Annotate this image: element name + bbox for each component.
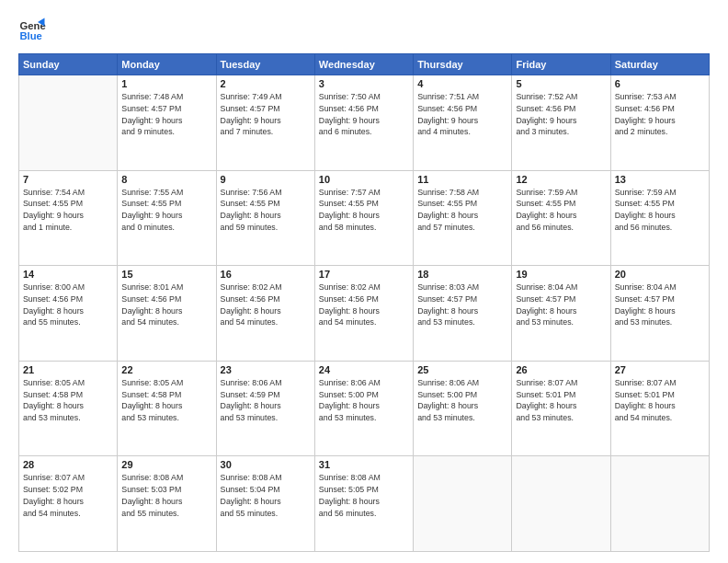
logo: General Blue	[18, 17, 46, 44]
day-detail: Sunrise: 7:52 AM Sunset: 4:56 PM Dayligh…	[516, 91, 606, 138]
calendar-cell: 7Sunrise: 7:54 AM Sunset: 4:55 PM Daylig…	[19, 170, 118, 266]
calendar-cell	[610, 456, 709, 552]
calendar-cell: 28Sunrise: 8:07 AM Sunset: 5:02 PM Dayli…	[19, 456, 118, 552]
calendar-cell	[512, 456, 610, 552]
day-detail: Sunrise: 7:49 AM Sunset: 4:57 PM Dayligh…	[221, 91, 311, 138]
calendar-cell: 18Sunrise: 8:03 AM Sunset: 4:57 PM Dayli…	[414, 266, 512, 362]
calendar-cell: 26Sunrise: 8:07 AM Sunset: 5:01 PM Dayli…	[512, 361, 610, 456]
day-number: 21	[23, 364, 113, 375]
calendar-cell: 25Sunrise: 8:06 AM Sunset: 5:00 PM Dayli…	[414, 361, 512, 456]
day-number: 8	[121, 174, 211, 185]
calendar-cell: 23Sunrise: 8:06 AM Sunset: 4:59 PM Dayli…	[216, 361, 314, 456]
logo-icon: General Blue	[18, 17, 46, 44]
calendar-cell: 3Sunrise: 7:50 AM Sunset: 4:56 PM Daylig…	[314, 75, 413, 171]
calendar-cell: 20Sunrise: 8:04 AM Sunset: 4:57 PM Dayli…	[610, 266, 709, 362]
calendar-cell: 22Sunrise: 8:05 AM Sunset: 4:58 PM Dayli…	[118, 361, 216, 456]
page: General Blue SundayMondayTuesdayWednesda…	[0, 0, 728, 563]
day-detail: Sunrise: 7:51 AM Sunset: 4:56 PM Dayligh…	[417, 91, 507, 138]
day-detail: Sunrise: 7:59 AM Sunset: 4:55 PM Dayligh…	[615, 187, 705, 234]
day-detail: Sunrise: 7:56 AM Sunset: 4:55 PM Dayligh…	[221, 187, 311, 234]
calendar-cell: 16Sunrise: 8:02 AM Sunset: 4:56 PM Dayli…	[216, 266, 314, 362]
calendar-cell: 29Sunrise: 8:08 AM Sunset: 5:03 PM Dayli…	[118, 456, 216, 552]
day-number: 5	[516, 78, 606, 89]
calendar-cell: 14Sunrise: 8:00 AM Sunset: 4:56 PM Dayli…	[19, 266, 118, 362]
calendar-cell	[19, 75, 118, 171]
day-detail: Sunrise: 7:54 AM Sunset: 4:55 PM Dayligh…	[23, 187, 113, 234]
day-number: 24	[319, 364, 409, 375]
day-detail: Sunrise: 7:55 AM Sunset: 4:55 PM Dayligh…	[121, 187, 211, 234]
day-number: 13	[615, 174, 705, 185]
calendar-cell: 8Sunrise: 7:55 AM Sunset: 4:55 PM Daylig…	[118, 170, 216, 266]
day-detail: Sunrise: 8:02 AM Sunset: 4:56 PM Dayligh…	[221, 282, 311, 328]
week-row-5: 28Sunrise: 8:07 AM Sunset: 5:02 PM Dayli…	[19, 456, 710, 552]
weekday-wednesday: Wednesday	[314, 54, 413, 75]
calendar-cell: 30Sunrise: 8:08 AM Sunset: 5:04 PM Dayli…	[216, 456, 314, 552]
day-detail: Sunrise: 8:01 AM Sunset: 4:56 PM Dayligh…	[121, 282, 211, 328]
day-detail: Sunrise: 8:02 AM Sunset: 4:56 PM Dayligh…	[319, 282, 409, 328]
day-detail: Sunrise: 8:03 AM Sunset: 4:57 PM Dayligh…	[417, 282, 507, 328]
calendar-cell: 9Sunrise: 7:56 AM Sunset: 4:55 PM Daylig…	[216, 170, 314, 266]
day-detail: Sunrise: 7:53 AM Sunset: 4:56 PM Dayligh…	[615, 91, 705, 138]
day-detail: Sunrise: 8:08 AM Sunset: 5:03 PM Dayligh…	[121, 472, 211, 519]
day-number: 2	[221, 78, 311, 89]
day-number: 20	[615, 269, 705, 280]
calendar-cell: 27Sunrise: 8:07 AM Sunset: 5:01 PM Dayli…	[610, 361, 709, 456]
day-detail: Sunrise: 8:04 AM Sunset: 4:57 PM Dayligh…	[615, 282, 705, 328]
calendar-cell: 6Sunrise: 7:53 AM Sunset: 4:56 PM Daylig…	[610, 75, 709, 171]
day-number: 28	[23, 459, 113, 470]
day-detail: Sunrise: 8:07 AM Sunset: 5:01 PM Dayligh…	[615, 377, 705, 424]
calendar-cell: 17Sunrise: 8:02 AM Sunset: 4:56 PM Dayli…	[314, 266, 413, 362]
calendar-cell: 12Sunrise: 7:59 AM Sunset: 4:55 PM Dayli…	[512, 170, 610, 266]
day-detail: Sunrise: 8:06 AM Sunset: 4:59 PM Dayligh…	[221, 377, 311, 424]
day-number: 9	[221, 174, 311, 185]
week-row-4: 21Sunrise: 8:05 AM Sunset: 4:58 PM Dayli…	[19, 361, 710, 456]
day-number: 6	[615, 78, 705, 89]
weekday-header-row: SundayMondayTuesdayWednesdayThursdayFrid…	[19, 54, 710, 75]
weekday-saturday: Saturday	[610, 54, 709, 75]
day-number: 16	[221, 269, 311, 280]
day-detail: Sunrise: 7:48 AM Sunset: 4:57 PM Dayligh…	[121, 91, 211, 138]
day-detail: Sunrise: 8:07 AM Sunset: 5:02 PM Dayligh…	[23, 472, 113, 519]
calendar-cell	[414, 456, 512, 552]
day-detail: Sunrise: 8:08 AM Sunset: 5:04 PM Dayligh…	[221, 472, 311, 519]
day-detail: Sunrise: 7:58 AM Sunset: 4:55 PM Dayligh…	[417, 187, 507, 234]
day-number: 18	[417, 269, 507, 280]
weekday-sunday: Sunday	[19, 54, 118, 75]
calendar-cell: 11Sunrise: 7:58 AM Sunset: 4:55 PM Dayli…	[414, 170, 512, 266]
weekday-thursday: Thursday	[414, 54, 512, 75]
day-number: 26	[516, 364, 606, 375]
calendar-cell: 21Sunrise: 8:05 AM Sunset: 4:58 PM Dayli…	[19, 361, 118, 456]
calendar-cell: 13Sunrise: 7:59 AM Sunset: 4:55 PM Dayli…	[610, 170, 709, 266]
weekday-monday: Monday	[118, 54, 216, 75]
calendar-cell: 1Sunrise: 7:48 AM Sunset: 4:57 PM Daylig…	[118, 75, 216, 171]
day-detail: Sunrise: 8:06 AM Sunset: 5:00 PM Dayligh…	[319, 377, 409, 424]
day-detail: Sunrise: 7:50 AM Sunset: 4:56 PM Dayligh…	[319, 91, 409, 138]
day-number: 1	[121, 78, 211, 89]
day-number: 25	[417, 364, 507, 375]
day-number: 12	[516, 174, 606, 185]
weekday-tuesday: Tuesday	[216, 54, 314, 75]
day-detail: Sunrise: 8:08 AM Sunset: 5:05 PM Dayligh…	[319, 472, 409, 519]
header: General Blue	[18, 17, 710, 44]
calendar-cell: 19Sunrise: 8:04 AM Sunset: 4:57 PM Dayli…	[512, 266, 610, 362]
day-detail: Sunrise: 8:06 AM Sunset: 5:00 PM Dayligh…	[417, 377, 507, 424]
day-number: 15	[121, 269, 211, 280]
day-number: 10	[319, 174, 409, 185]
day-number: 3	[319, 78, 409, 89]
day-number: 14	[23, 269, 113, 280]
day-number: 23	[221, 364, 311, 375]
weekday-friday: Friday	[512, 54, 610, 75]
calendar-cell: 15Sunrise: 8:01 AM Sunset: 4:56 PM Dayli…	[118, 266, 216, 362]
day-detail: Sunrise: 8:05 AM Sunset: 4:58 PM Dayligh…	[121, 377, 211, 424]
day-detail: Sunrise: 7:59 AM Sunset: 4:55 PM Dayligh…	[516, 187, 606, 234]
day-detail: Sunrise: 8:05 AM Sunset: 4:58 PM Dayligh…	[23, 377, 113, 424]
day-number: 27	[615, 364, 705, 375]
week-row-2: 7Sunrise: 7:54 AM Sunset: 4:55 PM Daylig…	[19, 170, 710, 266]
day-number: 30	[221, 459, 311, 470]
day-detail: Sunrise: 8:07 AM Sunset: 5:01 PM Dayligh…	[516, 377, 606, 424]
calendar-table: SundayMondayTuesdayWednesdayThursdayFrid…	[18, 53, 710, 552]
week-row-1: 1Sunrise: 7:48 AM Sunset: 4:57 PM Daylig…	[19, 75, 710, 171]
calendar-cell: 10Sunrise: 7:57 AM Sunset: 4:55 PM Dayli…	[314, 170, 413, 266]
day-detail: Sunrise: 8:00 AM Sunset: 4:56 PM Dayligh…	[23, 282, 113, 328]
calendar-cell: 5Sunrise: 7:52 AM Sunset: 4:56 PM Daylig…	[512, 75, 610, 171]
